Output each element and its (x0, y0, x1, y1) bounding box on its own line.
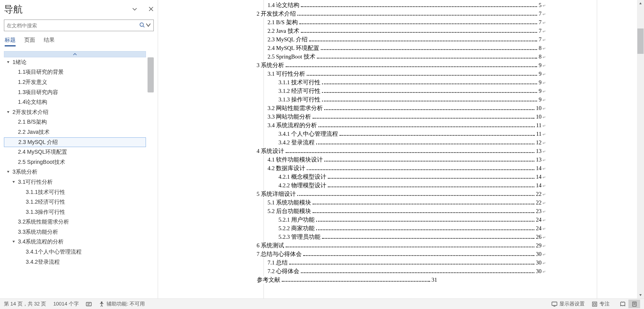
search-input-box[interactable] (4, 20, 154, 31)
toc-row: 7.2 心得体会 30↵ (257, 268, 546, 276)
svg-rect-17 (592, 302, 597, 306)
expand-icon[interactable] (5, 61, 11, 64)
outline-item[interactable]: 3.4.2登录流程 (4, 257, 146, 267)
paragraph-mark: ↵ (543, 29, 546, 34)
toc-leader (313, 209, 534, 213)
toc-row: 4.1 软件功能模块设计 13↵ (257, 156, 546, 165)
outline-item[interactable]: 2.3 MySQL 介绍 (4, 137, 146, 147)
toc-page: 8 (538, 53, 541, 60)
scrollbar-thumb[interactable] (148, 57, 154, 92)
search-dropdown-icon[interactable] (146, 22, 151, 29)
print-layout-icon[interactable] (628, 300, 640, 308)
paragraph-mark: ↵ (543, 149, 546, 154)
expand-icon[interactable] (5, 111, 11, 114)
toc-page: 14 (535, 174, 542, 180)
toc-leader (316, 226, 534, 230)
paragraph-mark: ↵ (543, 124, 546, 128)
paragraph-mark: ↵ (543, 167, 546, 171)
outline-item[interactable]: 1.2开发意义 (4, 77, 146, 87)
outline-item[interactable]: 2.1 B/S架构 (4, 117, 146, 128)
toc-text: 3.3 网站功能分析 (268, 113, 312, 121)
language-icon[interactable] (86, 301, 92, 307)
outline-item[interactable]: 3.1.3操作可行性 (4, 207, 146, 217)
expand-icon[interactable] (11, 240, 16, 243)
outline-item[interactable]: 1绪论 (4, 57, 146, 67)
toc-text: 7 总结与心得体会 (257, 250, 303, 258)
expand-icon[interactable] (11, 181, 16, 184)
accessibility-status[interactable]: 辅助功能: 不可用 (99, 300, 145, 307)
collapse-all-bar[interactable] (4, 51, 146, 57)
display-settings-button[interactable]: 显示器设置 (551, 300, 585, 307)
outline-item[interactable]: 3.1.2经济可行性 (4, 197, 146, 207)
toc-page: 30 (535, 268, 542, 275)
toc-row: 5.2.3 管理员功能 26↵ (257, 233, 546, 242)
toc-text: 2.3 MySQL 介绍 (268, 36, 308, 43)
svg-marker-4 (7, 61, 9, 63)
word-count[interactable]: 10014 个字 (53, 300, 79, 307)
outline-item[interactable]: 3.1.1技术可行性 (4, 187, 146, 197)
collapse-icon[interactable] (132, 6, 137, 13)
toc-leader (318, 123, 534, 127)
outline-item[interactable]: 1.3项目研究内容 (4, 87, 146, 98)
outline-item[interactable]: 2.2 Java技术 (4, 127, 146, 137)
toc-leader (303, 252, 534, 256)
paragraph-mark: ↵ (543, 115, 546, 119)
outline-item[interactable]: 3.4.1个人中心管理流程 (4, 247, 146, 257)
scroll-down-icon[interactable] (637, 291, 644, 298)
scrollbar-thumb[interactable] (637, 28, 644, 54)
paragraph-mark: ↵ (543, 210, 546, 214)
toc-page: 7 (538, 36, 541, 43)
toc-row: 7.1 总结 30↵ (257, 259, 546, 268)
toc-leader (301, 28, 537, 33)
focus-mode-button[interactable]: 专注 (592, 300, 610, 307)
expand-icon[interactable] (5, 170, 11, 174)
paragraph-mark: ↵ (543, 261, 546, 265)
toc-text: 3.1.3 操作可行性 (279, 96, 322, 103)
svg-marker-7 (12, 181, 15, 183)
toc-text: 2.5 SpringBoot 技术 (268, 53, 316, 60)
toc-row: 4.2.1 概念模型设计 14↵ (257, 173, 546, 182)
toc-row: 1.4 论文结构 5↵ (257, 2, 546, 10)
page-info[interactable]: 第 14 页，共 32 页 (4, 300, 46, 307)
toc-row: 2.2 Java 技术 7↵ (257, 27, 546, 36)
outline-item[interactable]: 1.1项目研究的背景 (4, 67, 146, 78)
outline-item[interactable]: 2开发技术介绍 (4, 107, 146, 117)
outline-item[interactable]: 3.4系统流程的分析 (4, 237, 146, 247)
nav-title: 导航 (4, 3, 23, 16)
tab-headings[interactable]: 标题 (5, 37, 16, 46)
toc-row: 3.1.3 操作可行性 9↵ (257, 96, 546, 105)
outline-item[interactable]: 3.2系统性能需求分析 (4, 217, 146, 227)
svg-rect-15 (552, 302, 557, 305)
tab-results[interactable]: 结果 (44, 37, 55, 46)
toc-row: 2.1 B/S 架构 7↵ (257, 19, 546, 27)
outline-item[interactable]: 2.5 SpringBoot技术 (4, 157, 146, 167)
toc-row: 参考文献 31 (257, 276, 546, 285)
close-icon[interactable] (148, 6, 154, 13)
paragraph-mark: ↵ (543, 107, 546, 111)
toc-page: 30 (535, 251, 542, 258)
paragraph-mark: ↵ (543, 252, 546, 257)
paragraph-mark: ↵ (543, 235, 546, 240)
search-icon[interactable] (139, 22, 145, 29)
toc-row: 5.2 后台功能模块 23↵ (257, 208, 546, 216)
outline-label: 3.3系统功能分析 (18, 229, 58, 236)
search-input[interactable] (7, 23, 139, 28)
tab-pages[interactable]: 页面 (24, 37, 35, 46)
document-vscrollbar[interactable] (637, 0, 644, 298)
outline-item[interactable]: 3系统分析 (4, 167, 146, 178)
read-mode-icon[interactable] (617, 300, 628, 308)
toc-row: 4 系统设计 13↵ (257, 147, 546, 156)
toc-leader (322, 97, 537, 101)
toc-page: 11 (535, 131, 542, 137)
outline-item[interactable]: 2.4 MySQL环境配置 (4, 147, 146, 157)
scroll-up-icon[interactable] (637, 0, 644, 7)
nav-tabs: 标题 页面 结果 (4, 37, 154, 46)
outline-item[interactable]: 3.3系统功能分析 (4, 227, 146, 237)
outline-item[interactable]: 3.1可行性分析 (4, 177, 146, 187)
toc-leader (286, 63, 537, 67)
toc-leader (328, 183, 534, 187)
outline-label: 3.1可行性分析 (18, 179, 53, 186)
outline-item[interactable]: 1.4论文结构 (4, 97, 146, 107)
outline-scrollbar[interactable] (148, 57, 154, 298)
toc-row: 2.3 MySQL 介绍 7↵ (257, 36, 546, 44)
